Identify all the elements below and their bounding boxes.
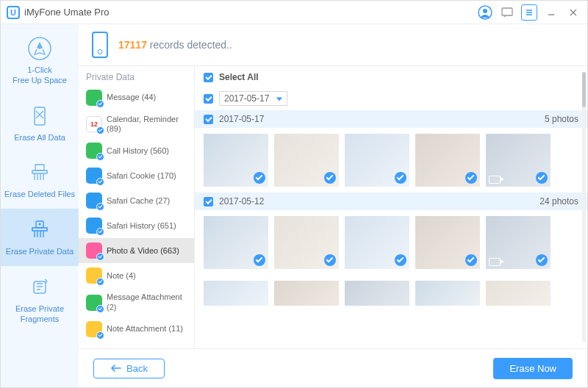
nav-label: Erase Private Fragments [15,304,64,325]
scrollbar-track [582,72,586,342]
sidebar: 1-Click Free Up Space Erase All Data Era… [1,24,79,387]
group-date: 2017-05-12 [219,196,264,206]
menu-icon[interactable] [521,4,537,21]
fragments-icon [27,275,52,300]
photo-thumbnail[interactable] [486,216,551,269]
group-checkbox[interactable] [204,115,213,124]
titlebar: U iMyFone Umate Pro [1,1,587,24]
category-item[interactable]: Note (4) [79,263,194,288]
erase-all-icon [27,104,52,129]
group-count: 5 photos [545,114,578,124]
thumb-checkbox[interactable] [536,254,548,266]
photo-thumbnail[interactable] [204,134,268,187]
date-dropdown[interactable]: 2017-05-17 [219,91,287,106]
nav-label: Erase Deleted Files [4,190,75,200]
category-icon: 12 [86,116,102,132]
thumb-checkbox[interactable] [395,254,406,266]
back-arrow-icon [110,364,122,372]
photo-thumbnail[interactable] [415,281,480,306]
category-icon [86,295,102,311]
category-list: Message (44)12Calendar, Reminder (89)Cal… [79,85,194,348]
back-label: Back [126,363,148,374]
category-label: Call History (560) [107,146,169,156]
records-count: 17117 [118,39,147,51]
select-all-row: Select All [195,66,587,88]
photo-thumbnail[interactable] [415,216,480,269]
group-header: 2017-05-1224 photos [195,193,587,210]
erase-now-button[interactable]: Erase Now [493,358,573,379]
category-icon [86,168,102,184]
category-label: Calendar, Reminder (89) [107,115,187,134]
thumb-checkbox[interactable] [324,254,336,266]
app-logo: U [7,6,20,19]
back-button[interactable]: Back [93,359,165,378]
category-item[interactable]: Message (44) [79,85,194,110]
category-label: Photo & Video (663) [107,246,179,256]
feedback-icon[interactable] [499,4,515,21]
account-icon[interactable] [477,4,493,21]
svg-point-8 [39,223,41,226]
thumb-checkbox[interactable] [254,172,265,184]
phone-icon [92,32,108,58]
thumb-checkbox[interactable] [465,172,477,184]
photo-thumbnail[interactable] [486,281,551,306]
category-item[interactable]: Message Attachment (2) [79,288,194,316]
category-item[interactable]: Photo & Video (663) [79,238,194,263]
photo-thumbnail[interactable] [415,134,480,187]
nav-erase-all[interactable]: Erase All Data [1,95,79,152]
date-filter-row: 2017-05-17 [195,88,587,110]
category-item[interactable]: Safari Cookie (170) [79,163,194,188]
photo-thumbnail[interactable] [204,216,268,269]
close-button[interactable] [565,4,581,21]
thumb-row [195,128,587,193]
photo-thumbnail[interactable] [486,134,551,187]
photo-thumbnail[interactable] [345,216,409,269]
app-title: iMyFone Umate Pro [24,7,110,18]
video-icon [489,176,501,184]
group-header: 2017-05-175 photos [195,110,587,128]
photo-thumbnail[interactable] [274,216,339,269]
minimize-button[interactable] [543,4,559,21]
nav-erase-deleted[interactable]: Erase Deleted Files [1,151,79,209]
photo-thumbnail[interactable] [345,281,409,306]
thumb-row [195,210,587,275]
nav-label: Erase All Data [14,133,65,143]
category-item[interactable]: Note Attachment (11) [79,317,194,342]
photo-thumbnail[interactable] [274,281,339,306]
photo-grid-scroll[interactable]: 2017-05-175 photos2017-05-1224 photos [195,110,587,348]
photo-thumbnail[interactable] [345,134,409,187]
records-text: records detected.. [147,39,232,51]
group-date: 2017-05-17 [219,114,264,124]
category-label: Safari History (651) [107,221,176,231]
thumb-checkbox[interactable] [465,254,477,266]
photo-thumbnail[interactable] [204,281,268,306]
category-item[interactable]: Call History (560) [79,138,194,163]
thumb-row [195,275,587,312]
select-all-label: Select All [219,72,259,82]
photo-thumbnail[interactable] [274,134,339,187]
category-item[interactable]: Safari History (651) [79,213,194,238]
scrollbar-thumb[interactable] [582,72,586,107]
footer: Back Erase Now [79,349,587,387]
category-label: Safari Cookie (170) [107,171,176,181]
shredder-lock-icon [27,218,52,242]
thumb-checkbox[interactable] [395,172,406,184]
category-icon [86,143,102,159]
nav-erase-private[interactable]: Erase Private Data [1,209,79,266]
category-panel: Private Data Message (44)12Calendar, Rem… [79,66,195,348]
nav-free-up-space[interactable]: 1-Click Free Up Space [1,27,79,95]
category-item[interactable]: 12Calendar, Reminder (89) [79,110,194,138]
video-icon [489,258,501,266]
nav-erase-fragments[interactable]: Erase Private Fragments [1,266,79,334]
thumb-checkbox[interactable] [324,172,336,184]
category-label: Note Attachment (11) [107,324,183,334]
category-item[interactable]: Safari Cache (27) [79,188,194,213]
select-all-checkbox[interactable] [204,73,213,82]
category-header: Private Data [79,66,194,85]
thumb-checkbox[interactable] [254,254,265,266]
category-label: Message (44) [107,93,156,102]
category-label: Note (4) [107,271,136,281]
thumb-checkbox[interactable] [536,172,548,184]
date-filter-checkbox[interactable] [204,94,213,104]
group-checkbox[interactable] [204,197,213,206]
